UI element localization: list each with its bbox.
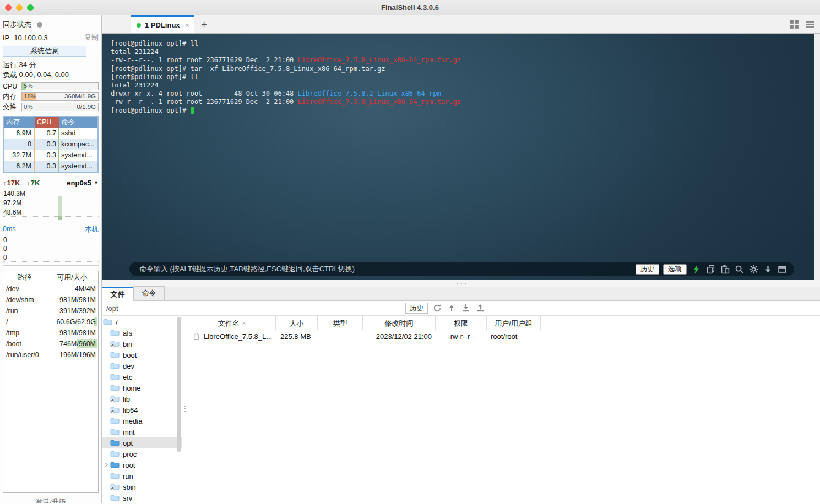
history-button[interactable]: 历史 — [636, 264, 659, 275]
disk-row[interactable]: /dev/shm981M/981M — [3, 294, 98, 305]
system-info-button[interactable]: 系统信息 — [3, 46, 86, 57]
terminal-area[interactable]: [root@pdlinux opt]# lltotal 231224-rw-r-… — [102, 34, 820, 280]
disk-row[interactable]: /boot746M/960M — [3, 338, 98, 349]
ping-host[interactable]: 本机 — [85, 225, 99, 234]
refresh-icon[interactable] — [433, 304, 442, 313]
terminal-output[interactable]: [root@pdlinux opt]# lltotal 231224-rw-r-… — [111, 40, 461, 115]
command-input[interactable]: 命令输入 (按ALT键提示历史,TAB键路径,ESC键返回,双击CTRL切换) — [139, 264, 355, 274]
disk-header-path[interactable]: 路径 — [3, 271, 46, 283]
directory-tree: /afsbinbootdevetchomeliblib64mediamntopt… — [102, 316, 182, 503]
network-interface-select[interactable]: enp0s5 — [67, 179, 91, 187]
process-header-cpu[interactable]: CPU — [35, 117, 59, 128]
file-header-owner[interactable]: 用户/用户组 — [487, 316, 541, 330]
folder-icon — [110, 494, 120, 502]
file-header-type[interactable]: 类型 — [318, 316, 363, 330]
tree-item-lib[interactable]: lib — [102, 393, 182, 404]
tree-item-opt[interactable]: opt — [102, 437, 182, 448]
copy-icon[interactable] — [706, 265, 715, 274]
process-row[interactable]: 6.2M0.3systemd... — [4, 161, 97, 172]
tree-item-run[interactable]: run — [102, 470, 182, 481]
tree-item-dev[interactable]: dev — [102, 360, 182, 371]
disk-header-size[interactable]: 可用/大小 — [46, 271, 98, 283]
tab-files[interactable]: 文件 — [102, 287, 133, 301]
tree-item-etc[interactable]: etc — [102, 371, 182, 382]
download-icon[interactable] — [461, 304, 470, 313]
meter-bar: 5% — [21, 82, 99, 90]
disk-row[interactable]: /run391M/392M — [3, 305, 98, 316]
copy-ip-button[interactable]: 复制 — [84, 32, 99, 42]
file-header-perms[interactable]: 权限 — [436, 316, 487, 330]
grid-view-icon[interactable] — [789, 19, 799, 29]
process-row[interactable]: 6.9M0.7sshd — [4, 128, 97, 139]
folder-icon — [110, 373, 120, 381]
folder-icon — [110, 428, 120, 436]
activate-upgrade-link[interactable]: 激活/升级 — [3, 497, 99, 503]
tree-item-proc[interactable]: proc — [102, 448, 182, 459]
tree-item-mnt[interactable]: mnt — [102, 426, 182, 437]
file-header-mtime[interactable]: 修改时间 — [363, 316, 436, 330]
terminal-scrollbar[interactable] — [814, 34, 820, 280]
titlebar: FinalShell 4.3.0.6 — [0, 0, 820, 15]
new-tab-button[interactable]: + — [201, 19, 207, 30]
folder-icon — [110, 362, 120, 370]
file-mtime: 2023/12/02 21:00 — [363, 330, 436, 343]
process-header-cmd[interactable]: 命令 — [59, 117, 97, 128]
upload-icon[interactable] — [476, 304, 485, 313]
arrow-down-icon[interactable] — [763, 265, 773, 274]
tree-item-bin[interactable]: bin — [102, 338, 182, 349]
open-connection-folder-icon[interactable] — [109, 19, 122, 30]
paste-icon[interactable] — [720, 265, 730, 274]
tree-item-root-fs[interactable]: / — [102, 316, 182, 327]
chevron-down-icon[interactable]: ▼ — [94, 180, 99, 185]
terminal-line: [root@pdlinux opt]# tar -xf LibreOffice_… — [111, 65, 461, 73]
process-cpu: 0.3 — [35, 161, 59, 172]
tree-item-label: boot — [123, 351, 137, 359]
file-row[interactable]: LibreOffice_7.5.8_L...225.8 MB2023/12/02… — [189, 330, 820, 343]
file-header-name[interactable]: 文件名 — [189, 316, 276, 330]
disk-row[interactable]: /60.6G/62.9G — [3, 316, 98, 327]
ping-latency: 0ms — [3, 225, 16, 234]
tree-scrollbar[interactable] — [177, 317, 181, 452]
tree-item-root[interactable]: root — [102, 459, 182, 470]
process-row[interactable]: 32.7M0.3systemd... — [4, 150, 97, 161]
tree-item-label: proc — [123, 450, 137, 458]
ping-graph: 000 — [3, 235, 99, 266]
process-header-mem[interactable]: 内存 — [4, 117, 35, 128]
tree-item-srv[interactable]: srv — [102, 492, 182, 503]
tree-item-media[interactable]: media — [102, 415, 182, 426]
session-tab-pdlinux[interactable]: 1 PDLinux × — [131, 15, 194, 33]
arrow-up-icon[interactable] — [447, 304, 456, 313]
disk-row[interactable]: /dev4M/4M — [3, 283, 98, 294]
vertical-splitter[interactable] — [182, 316, 189, 503]
folder-icon — [110, 417, 120, 425]
options-button[interactable]: 选项 — [663, 264, 687, 275]
window-icon[interactable] — [778, 265, 787, 274]
tree-item-boot[interactable]: boot — [102, 349, 182, 360]
menu-icon[interactable] — [805, 19, 815, 29]
file-header-size[interactable]: 大小 — [276, 316, 318, 330]
window-title: FinalShell 4.3.0.6 — [0, 0, 820, 15]
disk-row[interactable]: /run/user/0196M/196M — [3, 349, 98, 360]
sync-status-label: 同步状态 — [3, 20, 31, 30]
terminal-line: -rw-r--r--. 1 root root 236771629 Dec 2 … — [111, 98, 461, 106]
tree-item-sbin[interactable]: sbin — [102, 481, 182, 492]
ping-scale-label: 0 — [3, 245, 7, 253]
tree-item-lib64[interactable]: lib64 — [102, 404, 182, 415]
gear-icon[interactable] — [749, 265, 758, 274]
disk-row[interactable]: /tmp981M/981M — [3, 327, 98, 338]
upload-rate: 17K — [7, 179, 20, 187]
process-row[interactable]: 00.3kcompac... — [4, 139, 97, 150]
finalshell-window: FinalShell 4.3.0.6 同步状态 IP 10.100.0.3 复制… — [0, 0, 820, 504]
chevron-right-icon[interactable] — [103, 462, 110, 468]
tab-commands[interactable]: 命令 — [133, 286, 165, 300]
path-history-button[interactable]: 历史 — [405, 303, 428, 314]
tab-close-icon[interactable]: × — [185, 21, 189, 29]
search-icon[interactable] — [735, 265, 744, 274]
path-input[interactable]: /opt — [106, 304, 118, 313]
tree-item-home[interactable]: home — [102, 382, 182, 393]
process-table: 内存CPU命令6.9M0.7sshd00.3kcompac...32.7M0.3… — [3, 116, 99, 173]
tree-item-afs[interactable]: afs — [102, 327, 182, 338]
flash-icon[interactable] — [692, 265, 701, 274]
network-scale-label: 140.3M — [3, 190, 25, 198]
horizontal-splitter[interactable] — [102, 280, 820, 287]
